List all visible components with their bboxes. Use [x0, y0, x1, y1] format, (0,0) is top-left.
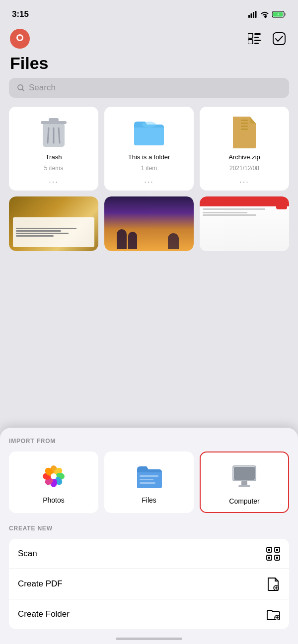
- status-time: 3:15: [12, 9, 29, 19]
- folder-icon: [132, 118, 166, 146]
- file-dots-folder[interactable]: ...: [144, 176, 153, 185]
- file-name-folder: This is a folder: [128, 153, 170, 161]
- select-button[interactable]: [270, 30, 288, 48]
- create-folder-icon: [266, 607, 280, 621]
- app-logo: [10, 29, 30, 49]
- search-bar[interactable]: Search: [9, 78, 289, 98]
- svg-rect-54: [276, 557, 278, 559]
- import-card-files[interactable]: Files: [104, 451, 194, 513]
- file-dots-archive[interactable]: ...: [239, 176, 249, 185]
- action-item-scan[interactable]: Scan: [9, 539, 289, 569]
- files-folder-icon: [136, 463, 162, 489]
- thumbnail-1: [9, 196, 98, 251]
- svg-rect-10: [254, 33, 261, 35]
- file-name-trash: Trash: [46, 153, 62, 161]
- svg-rect-20: [49, 118, 59, 122]
- svg-line-21: [48, 128, 49, 143]
- search-icon: [17, 84, 25, 92]
- svg-rect-0: [248, 15, 250, 18]
- bottom-sheet: IMPORT FROM Photos: [0, 428, 298, 644]
- svg-rect-14: [254, 43, 259, 44]
- file-card-image2[interactable]: [104, 196, 194, 251]
- import-label-files: Files: [142, 496, 156, 504]
- svg-rect-51: [268, 549, 270, 551]
- svg-rect-27: [241, 126, 248, 127]
- status-icons: [248, 11, 286, 18]
- list-view-icon: [248, 33, 261, 44]
- svg-rect-40: [140, 479, 153, 480]
- list-view-button[interactable]: [245, 30, 263, 48]
- svg-line-23: [59, 128, 60, 143]
- svg-rect-46: [238, 485, 250, 487]
- svg-point-24: [142, 122, 156, 128]
- photos-icon-container: [39, 461, 69, 491]
- svg-rect-13: [254, 40, 261, 41]
- import-label-photos: Photos: [43, 496, 65, 504]
- zip-icon: [230, 115, 259, 149]
- scan-icon: [266, 547, 280, 561]
- import-card-photos[interactable]: Photos: [9, 451, 98, 513]
- svg-line-17: [22, 89, 24, 91]
- trash-icon-container: [36, 115, 71, 149]
- import-label-computer: Computer: [229, 497, 259, 505]
- wifi-icon: [260, 11, 269, 18]
- svg-rect-25: [241, 120, 248, 121]
- import-grid: Photos Files: [9, 451, 289, 513]
- file-meta-trash: 5 items: [44, 165, 64, 172]
- trash-icon: [39, 115, 69, 149]
- zip-icon-container: [227, 115, 262, 149]
- import-section-label: IMPORT FROM: [9, 438, 289, 445]
- svg-rect-53: [268, 557, 270, 559]
- search-placeholder: Search: [29, 83, 56, 93]
- svg-rect-5: [285, 13, 286, 16]
- svg-rect-1: [251, 13, 252, 18]
- status-bar: 3:15: [0, 0, 298, 25]
- battery-icon: [272, 11, 286, 18]
- file-card-image1[interactable]: [9, 196, 98, 251]
- photos-icon: [40, 463, 67, 490]
- file-dots-trash[interactable]: ...: [49, 176, 58, 185]
- file-card-image3[interactable]: [200, 196, 289, 251]
- svg-rect-28: [241, 129, 248, 130]
- computer-icon-container: [229, 462, 259, 492]
- home-indicator: [116, 638, 182, 640]
- create-folder-label: Create Folder: [18, 609, 70, 619]
- top-bar: [0, 25, 298, 51]
- svg-rect-39: [140, 475, 158, 477]
- svg-point-8: [18, 36, 22, 40]
- create-pdf-label: Create PDF: [18, 579, 63, 589]
- svg-rect-15: [273, 33, 285, 45]
- top-bar-actions: [245, 30, 288, 48]
- file-card-folder[interactable]: This is a folder 1 item ...: [104, 107, 194, 191]
- scan-label: Scan: [18, 549, 37, 559]
- action-item-create-pdf[interactable]: Create PDF: [9, 569, 289, 599]
- file-name-archive: Archive.zip: [228, 153, 260, 161]
- thumbnail-2: [104, 196, 194, 251]
- create-pdf-icon: [266, 577, 280, 591]
- svg-rect-11: [254, 37, 259, 38]
- svg-rect-2: [253, 12, 254, 18]
- svg-rect-3: [255, 11, 257, 18]
- files-grid: Trash 5 items ... This is a folder 1 ite…: [0, 107, 298, 251]
- page-title: Files: [0, 51, 298, 78]
- file-card-archive[interactable]: Archive.zip 2021/12/08 ...: [200, 107, 289, 191]
- svg-point-38: [51, 473, 57, 479]
- thumbnail-3: [200, 196, 289, 251]
- folder-icon-container: [132, 115, 166, 149]
- file-meta-folder: 1 item: [141, 165, 157, 172]
- svg-rect-41: [140, 482, 155, 484]
- action-list: Scan Create PDF: [9, 539, 289, 629]
- svg-rect-44: [234, 467, 255, 480]
- svg-rect-52: [276, 549, 278, 551]
- svg-rect-9: [248, 33, 253, 38]
- checkbox-icon: [273, 32, 286, 45]
- svg-rect-45: [241, 481, 247, 485]
- computer-icon: [230, 464, 258, 490]
- signal-icon: [248, 11, 257, 18]
- action-item-create-folder[interactable]: Create Folder: [9, 599, 289, 629]
- file-meta-archive: 2021/12/08: [229, 165, 259, 172]
- file-card-trash[interactable]: Trash 5 items ...: [9, 107, 98, 191]
- create-section-label: CREATE NEW: [9, 525, 289, 532]
- import-card-computer[interactable]: Computer: [200, 451, 289, 513]
- svg-rect-26: [241, 123, 248, 124]
